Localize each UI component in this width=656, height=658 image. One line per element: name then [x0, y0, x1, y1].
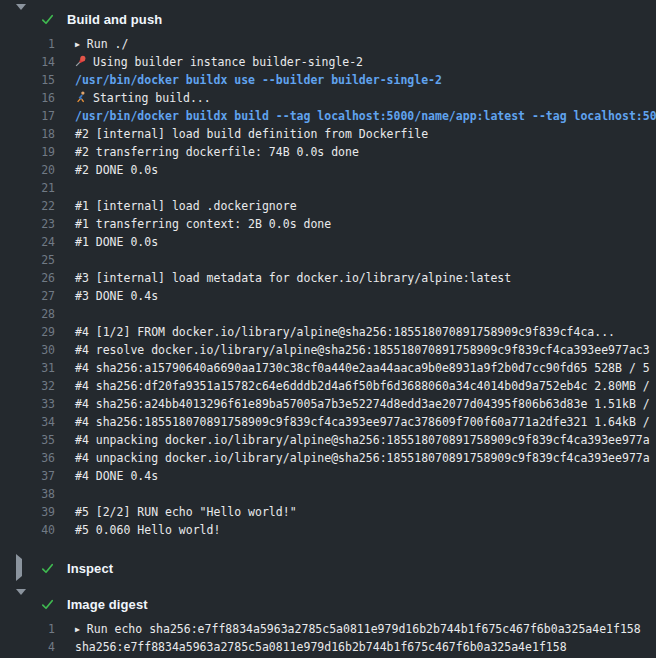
log-text: /usr/bin/docker buildx use --builder bui… [55, 71, 656, 89]
collapse-triangle-icon[interactable] [16, 595, 28, 613]
line-number[interactable]: 4 [0, 638, 55, 656]
log-line: 26#3 [internal] load metadata for docker… [0, 269, 656, 287]
status-success-icon [40, 597, 55, 612]
log-text: #4 [1/2] FROM docker.io/library/alpine@s… [55, 323, 656, 341]
log-line: 17/usr/bin/docker buildx build --tag loc… [0, 107, 656, 125]
log-line: 1▶Run echo sha256:e7ff8834a5963a2785c5a0… [0, 620, 656, 638]
expand-triangle-icon[interactable] [16, 559, 28, 577]
log-text: #4 sha256:df20fa9351a15782c64e6dddb2d4a6… [55, 377, 656, 395]
log-text [55, 485, 656, 503]
line-number[interactable]: 14 [0, 53, 55, 71]
log-text [55, 251, 656, 269]
log-line: 24#1 DONE 0.0s [0, 233, 656, 251]
log-text [55, 179, 656, 197]
log-text: ▶Run echo sha256:e7ff8834a5963a2785c5a08… [55, 620, 656, 638]
line-number[interactable]: 27 [0, 287, 55, 305]
line-number[interactable]: 1 [0, 620, 55, 638]
log-line: 22#1 [internal] load .dockerignore [0, 197, 656, 215]
log-line: 14Using builder instance builder-single-… [0, 53, 656, 71]
line-number[interactable]: 33 [0, 395, 55, 413]
log-text: #4 unpacking docker.io/library/alpine@sh… [55, 449, 656, 467]
run-expander-icon[interactable]: ▶ [75, 621, 80, 638]
log-section: Build and push1▶Run ./14Using builder in… [0, 6, 656, 545]
status-success-icon [40, 12, 55, 27]
line-number[interactable]: 16 [0, 89, 55, 107]
log-line: 39#5 [2/2] RUN echo "Hello world!" [0, 503, 656, 521]
line-number[interactable]: 34 [0, 413, 55, 431]
log-text: #4 resolve docker.io/library/alpine@sha2… [55, 341, 656, 359]
log-text: Using builder instance builder-single-2 [55, 53, 656, 71]
log-line: 37#4 DONE 0.4s [0, 467, 656, 485]
line-number[interactable]: 28 [0, 305, 55, 323]
log-line: 29#4 [1/2] FROM docker.io/library/alpine… [0, 323, 656, 341]
log-line: 30#4 resolve docker.io/library/alpine@sh… [0, 341, 656, 359]
line-number[interactable]: 40 [0, 521, 55, 539]
log-line: 40#5 0.060 Hello world! [0, 521, 656, 539]
line-number[interactable]: 22 [0, 197, 55, 215]
line-number[interactable]: 30 [0, 341, 55, 359]
log-section: Inspect [0, 555, 656, 581]
log-text: #3 [internal] load metadata for docker.i… [55, 269, 656, 287]
line-number[interactable]: 1 [0, 35, 55, 53]
line-number[interactable]: 38 [0, 485, 55, 503]
log-text: #4 sha256:a24bb4013296f61e89ba57005a7b3e… [55, 395, 656, 413]
log-text: #5 [2/2] RUN echo "Hello world!" [55, 503, 656, 521]
log-line: 31#4 sha256:a15790640a6690aa1730c38cf0a4… [0, 359, 656, 377]
log-line: 16Starting build... [0, 89, 656, 107]
log-line: 34#4 sha256:185518070891758909c9f839cf4c… [0, 413, 656, 431]
log-line: 15/usr/bin/docker buildx use --builder b… [0, 71, 656, 89]
line-number[interactable]: 31 [0, 359, 55, 377]
line-number[interactable]: 36 [0, 449, 55, 467]
section-header[interactable]: Build and push [0, 6, 656, 32]
run-expander-icon[interactable]: ▶ [75, 36, 80, 53]
log-text: #4 DONE 0.4s [55, 467, 656, 485]
collapse-triangle-icon[interactable] [16, 10, 28, 28]
log-text: #1 DONE 0.0s [55, 233, 656, 251]
line-number[interactable]: 32 [0, 377, 55, 395]
log-line: 18#2 [internal] load build definition fr… [0, 125, 656, 143]
log-text: #4 unpacking docker.io/library/alpine@sh… [55, 431, 656, 449]
line-number[interactable]: 39 [0, 503, 55, 521]
line-number[interactable]: 17 [0, 107, 55, 125]
line-number[interactable]: 37 [0, 467, 55, 485]
log-line: 1▶Run ./ [0, 35, 656, 53]
line-number[interactable]: 24 [0, 233, 55, 251]
log-line: 21 [0, 179, 656, 197]
log-text: #2 DONE 0.0s [55, 161, 656, 179]
log-text [55, 305, 656, 323]
log-line: 33#4 sha256:a24bb4013296f61e89ba57005a7b… [0, 395, 656, 413]
log-text: #2 transferring dockerfile: 74B 0.0s don… [55, 143, 656, 161]
line-number[interactable]: 21 [0, 179, 55, 197]
section-title: Inspect [67, 561, 113, 576]
line-number[interactable]: 18 [0, 125, 55, 143]
log-lines: 1▶Run echo sha256:e7ff8834a5963a2785c5a0… [0, 617, 656, 658]
log-line: 27#3 DONE 0.4s [0, 287, 656, 305]
log-line: 28 [0, 305, 656, 323]
log-line: 35#4 unpacking docker.io/library/alpine@… [0, 431, 656, 449]
line-number[interactable]: 20 [0, 161, 55, 179]
log-line: 23#1 transferring context: 2B 0.0s done [0, 215, 656, 233]
section-header[interactable]: Image digest [0, 591, 656, 617]
line-number[interactable]: 26 [0, 269, 55, 287]
line-number[interactable]: 15 [0, 71, 55, 89]
line-number[interactable]: 25 [0, 251, 55, 269]
section-header[interactable]: Inspect [0, 555, 656, 581]
line-number[interactable]: 23 [0, 215, 55, 233]
log-line: 32#4 sha256:df20fa9351a15782c64e6dddb2d4… [0, 377, 656, 395]
status-success-icon [40, 561, 55, 576]
log-line: 38 [0, 485, 656, 503]
log-text: #5 0.060 Hello world! [55, 521, 656, 539]
log-text: #1 transferring context: 2B 0.0s done [55, 215, 656, 233]
line-number[interactable]: 29 [0, 323, 55, 341]
log-line: 20#2 DONE 0.0s [0, 161, 656, 179]
log-line: 19#2 transferring dockerfile: 74B 0.0s d… [0, 143, 656, 161]
line-number[interactable]: 35 [0, 431, 55, 449]
log-line: 25 [0, 251, 656, 269]
log-line: 36#4 unpacking docker.io/library/alpine@… [0, 449, 656, 467]
line-number[interactable]: 19 [0, 143, 55, 161]
log-text: ▶Run ./ [55, 35, 656, 53]
log-text: #3 DONE 0.4s [55, 287, 656, 305]
section-title: Image digest [67, 597, 148, 612]
log-text: /usr/bin/docker buildx build --tag local… [55, 107, 656, 125]
log-text: #4 sha256:185518070891758909c9f839cf4ca3… [55, 413, 656, 431]
